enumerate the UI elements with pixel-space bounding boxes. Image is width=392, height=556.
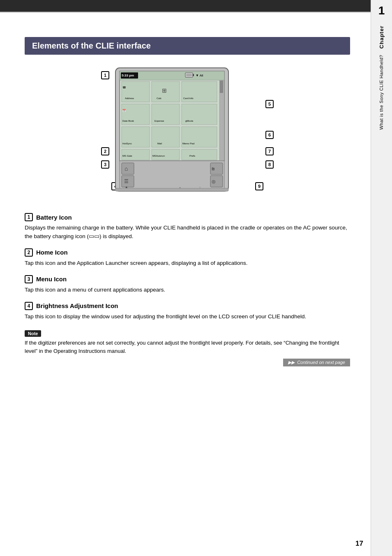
svg-text:Memo Pad: Memo Pad [182,142,194,145]
chapter-label: Chapter [378,25,385,49]
desc-item-2: 2 Home Icon Tap this icon and the Applic… [25,248,350,268]
svg-text:Mail: Mail [157,142,162,145]
section-title: Elements of the CLIE interface [32,41,151,50]
section-header: Elements of the CLIE interface [25,37,350,55]
continued-arrow-icon: ▶▶ [288,360,295,365]
svg-text:⊞: ⊞ [162,87,167,94]
svg-text:HotSync: HotSync [122,142,132,145]
note-text: If the digitizer preferences are not set… [25,339,350,355]
svg-text:gMovie: gMovie [185,120,194,122]
desc-text-4: Tap this icon to display the window used… [25,313,350,321]
svg-text:Calc: Calc [157,97,161,100]
svg-text:MS Gate: MS Gate [122,155,132,157]
top-bar [0,0,392,12]
svg-text:Expense: Expense [154,120,164,122]
desc-text-3: Tap this icon and a menu of current appl… [25,286,350,294]
svg-text:5:33 pm: 5:33 pm [122,74,134,77]
svg-rect-36 [182,149,217,160]
desc-title-1: Battery Icon [36,214,72,221]
main-content: Elements of the CLIE interface 1 2 3 4 5… [0,12,371,379]
callout-8: 8 [265,160,274,169]
callout-9: 9 [255,182,263,190]
desc-item-3: 3 Menu Icon Tap this icon and a menu of … [25,275,350,294]
desc-title-2: Home Icon [36,249,68,256]
desc-number-1: 1 [25,213,33,221]
desc-title-row-2: 2 Home Icon [25,248,350,257]
svg-rect-6 [193,74,194,76]
callout-6: 6 [265,131,274,139]
svg-rect-10 [220,81,223,93]
svg-text:📅: 📅 [122,109,126,112]
callout-1: 1 [101,71,109,79]
desc-text-1: Displays the remaining charge in the bat… [25,224,350,241]
desc-number-2: 2 [25,248,33,257]
desc-title-row-4: 4 Brightness Adjustment Icon [25,302,350,310]
svg-text:⌂: ⌂ [125,165,128,172]
svg-text:MSAutorun: MSAutorun [152,155,165,157]
note-box: Note If the digitizer preferences are no… [25,329,350,355]
continued-text: Continued on next page [297,360,345,365]
svg-text:Address: Address [125,97,134,100]
svg-text:▼ All: ▼ All [196,74,203,77]
chapter-number: 1 [378,4,385,17]
desc-item-4: 4 Brightness Adjustment Icon Tap this ic… [25,302,350,321]
device-diagram-svg: 5:33 pm ▼ All ☎ Address ⊞ Cal [113,67,233,195]
desc-title-3: Menu Icon [36,276,67,283]
note-label: Note [25,330,41,337]
svg-text:+-: +- [212,167,214,169]
right-sidebar: 1 Chapter What is the Sony CLIE Handheld… [371,0,392,556]
sidebar-description: What is the Sony CLIE Handheld? [378,55,385,130]
svg-text:Card Info: Card Info [183,97,194,100]
continued-bar: ▶▶ Continued on next page [25,359,350,366]
desc-title-4: Brightness Adjustment Icon [36,302,118,309]
desc-number-3: 3 [25,275,33,283]
callout-2: 2 [101,147,109,155]
svg-text:◎: ◎ [212,179,216,184]
description-list: 1 Battery Icon Displays the remaining ch… [25,213,350,321]
callout-5: 5 [265,100,274,108]
desc-number-4: 4 [25,302,33,310]
svg-text:☎: ☎ [122,86,126,89]
desc-item-1: 1 Battery Icon Displays the remaining ch… [25,213,350,241]
page-number: 17 [355,540,363,548]
diagram-container: 1 2 3 4 5 6 7 8 9 5:33 pm [25,65,350,201]
svg-rect-38 [120,161,224,190]
svg-text:☰: ☰ [124,178,129,184]
desc-title-row-3: 3 Menu Icon [25,275,350,283]
desc-title-row-1: 1 Battery Icon [25,213,350,221]
svg-rect-52 [115,188,228,191]
continued-text-box: ▶▶ Continued on next page [283,359,350,366]
svg-rect-28 [152,127,180,147]
svg-text:Date Book: Date Book [122,120,134,122]
desc-text-2: Tap this icon and the Application Launch… [25,259,350,268]
device-wrapper: 1 2 3 4 5 6 7 8 9 5:33 pm [101,65,274,201]
callout-3: 3 [101,160,109,169]
svg-text:Prefs: Prefs [189,155,195,157]
svg-rect-7 [186,74,192,76]
callout-7: 7 [265,147,274,155]
